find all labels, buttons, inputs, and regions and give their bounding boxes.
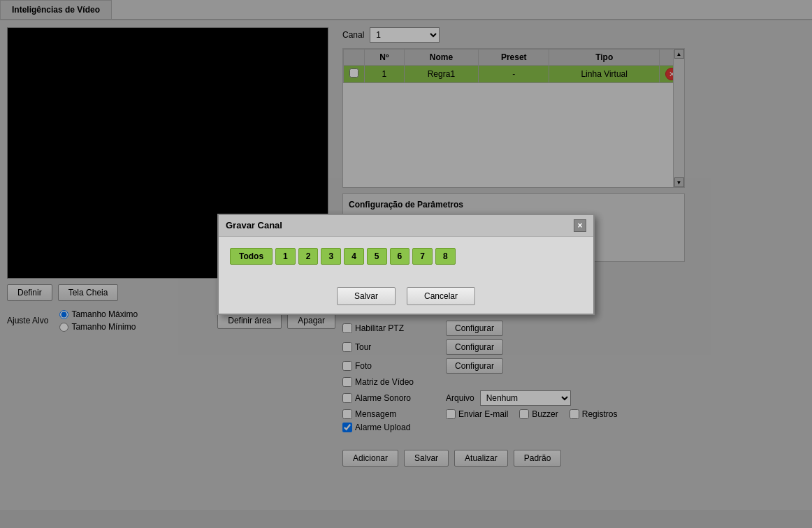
channel-2-button[interactable]: 2 [298,248,319,265]
channel-7-button[interactable]: 7 [412,248,433,265]
modal-cancelar-button[interactable]: Cancelar [407,287,475,305]
modal-salvar-button[interactable]: Salvar [337,287,396,305]
modal-footer: Salvar Cancelar [219,287,593,314]
modal-title: Gravar Canal [226,220,282,230]
modal-header: Gravar Canal × [219,215,593,237]
modal-overlay: Gravar Canal × Todos 1 2 3 4 5 6 7 8 Sal… [0,0,812,528]
modal-body: Todos 1 2 3 4 5 6 7 8 [219,237,593,287]
gravar-canal-modal: Gravar Canal × Todos 1 2 3 4 5 6 7 8 Sal… [217,214,595,315]
channel-3-button[interactable]: 3 [321,248,341,265]
channel-6-button[interactable]: 6 [390,248,410,265]
channel-4-button[interactable]: 4 [344,248,364,265]
channel-buttons: Todos 1 2 3 4 5 6 7 8 [230,248,582,265]
channel-8-button[interactable]: 8 [435,248,456,265]
channel-all-button[interactable]: Todos [230,248,273,265]
channel-5-button[interactable]: 5 [367,248,387,265]
channel-1-button[interactable]: 1 [275,248,296,265]
modal-close-button[interactable]: × [574,219,586,232]
